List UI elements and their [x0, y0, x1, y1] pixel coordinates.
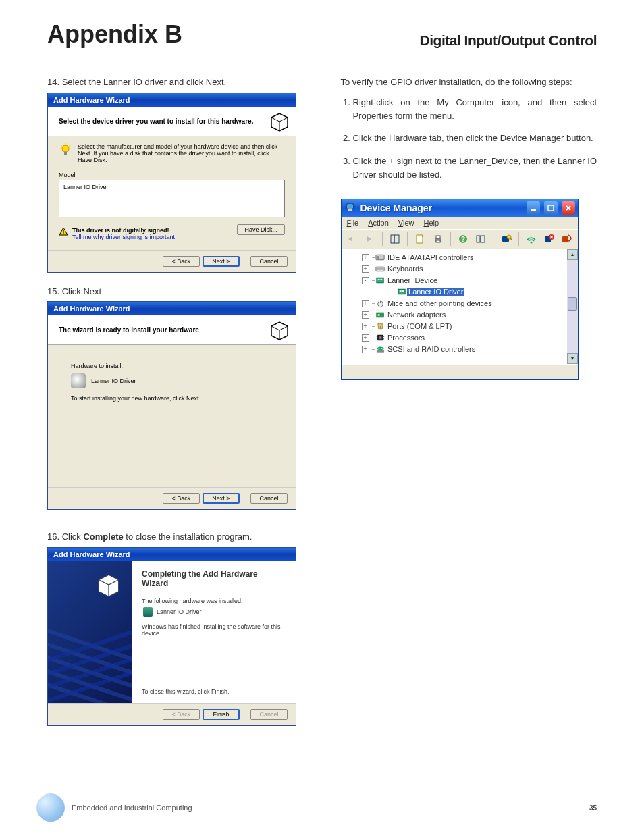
- next-button[interactable]: Next >: [203, 256, 240, 267]
- svg-point-48: [379, 325, 380, 326]
- driver-chip-icon: [143, 607, 153, 617]
- close-button[interactable]: [562, 201, 575, 215]
- tree-row[interactable]: +···Network adapters: [343, 309, 576, 321]
- install-note: To start installing your new hardware, c…: [71, 395, 285, 402]
- back-button: < Back: [163, 709, 200, 720]
- uninstall-icon[interactable]: [542, 232, 556, 246]
- wizard1-titlebar: Add Hardware Wizard: [48, 93, 296, 107]
- wizard3-heading: Completing the Add Hardware Wizard: [142, 569, 286, 588]
- properties-icon[interactable]: [413, 232, 427, 246]
- menubar: File Action View Help: [342, 217, 578, 230]
- svg-rect-58: [377, 350, 384, 353]
- hardware-to-install-label: Hardware to install:: [71, 363, 285, 369]
- update-driver-icon[interactable]: [560, 232, 573, 246]
- wizard3-titlebar: Add Hardware Wizard: [48, 548, 296, 561]
- appendix-title: Appendix B: [47, 20, 182, 49]
- tree-row[interactable]: +···IDE ATA/ATAPI controllers: [343, 252, 576, 263]
- tree-row[interactable]: +···SCSI and RAID controllers: [343, 344, 576, 355]
- svg-line-28: [510, 238, 512, 240]
- tree-toggle-icon[interactable]: -: [362, 277, 369, 284]
- wizard-select-driver: Add Hardware Wizard Select the device dr…: [47, 93, 296, 273]
- svg-rect-52: [379, 336, 382, 339]
- menu-action[interactable]: Action: [368, 219, 389, 227]
- tree-toggle-icon[interactable]: +: [362, 265, 369, 273]
- tree-item-label[interactable]: Mice and other pointing devices: [385, 299, 492, 307]
- tree-toggle-icon[interactable]: +: [362, 254, 369, 261]
- svg-text:?: ?: [461, 236, 465, 243]
- next-button[interactable]: Next >: [203, 493, 240, 504]
- scan-hardware-icon[interactable]: [499, 232, 512, 246]
- svg-point-2: [62, 145, 69, 152]
- menu-help[interactable]: Help: [424, 219, 439, 227]
- verify-step-1: Right-click on the My Computer icon, and…: [353, 96, 597, 123]
- cancel-button[interactable]: Cancel: [250, 493, 288, 504]
- menu-file[interactable]: File: [347, 219, 359, 227]
- svg-rect-34: [377, 256, 379, 259]
- verify-step-2: Click the Hardware tab, then click the D…: [353, 132, 597, 145]
- svg-point-50: [380, 327, 381, 328]
- svg-rect-33: [376, 255, 384, 261]
- device-manager-icon: [346, 203, 356, 213]
- svg-text:!: !: [63, 229, 65, 236]
- have-disk-button[interactable]: Have Disk...: [237, 224, 285, 235]
- tree-item-label[interactable]: Keyboards: [385, 265, 423, 273]
- tree-row[interactable]: +···Mice and other pointing devices: [343, 298, 576, 309]
- device-tree[interactable]: +···IDE ATA/ATAPI controllers+···Keyboar…: [342, 249, 578, 364]
- step-15-text: 15. Click Next: [47, 285, 304, 298]
- minimize-button[interactable]: [527, 201, 540, 215]
- print-icon[interactable]: [431, 232, 445, 246]
- tree-row[interactable]: +···Processors: [343, 332, 576, 344]
- cancel-button[interactable]: Cancel: [250, 256, 288, 267]
- tree-toggle-icon[interactable]: +: [362, 323, 369, 330]
- nav-back-icon: [346, 232, 359, 246]
- globe-icon: [36, 793, 65, 822]
- tree-item-label[interactable]: IDE ATA/ATAPI controllers: [385, 253, 474, 261]
- tree-toggle-icon[interactable]: +: [362, 300, 369, 307]
- svg-point-57: [379, 348, 381, 350]
- info-bulb-icon: [59, 143, 72, 157]
- finish-button[interactable]: Finish: [203, 709, 240, 720]
- tree-row[interactable]: -···Lanner_Device: [343, 275, 576, 286]
- back-button[interactable]: < Back: [163, 493, 200, 504]
- status-bar: [342, 364, 578, 379]
- kbd-icon: [375, 264, 385, 273]
- wifi-icon[interactable]: [525, 232, 538, 246]
- tree-row[interactable]: ···Lanner IO Driver: [343, 286, 576, 298]
- scroll-down-button[interactable]: ▾: [567, 353, 578, 364]
- tree-row[interactable]: +···Keyboards: [343, 263, 576, 275]
- tree-item-label[interactable]: Ports (COM & LPT): [385, 322, 452, 330]
- tree-toggle-icon[interactable]: +: [362, 311, 369, 319]
- tree-item-label[interactable]: Processors: [385, 334, 425, 342]
- model-item-lanner[interactable]: Lanner IO Driver: [63, 182, 280, 190]
- show-hide-tree-icon[interactable]: [388, 232, 402, 246]
- net-icon: [375, 310, 385, 319]
- svg-rect-46: [377, 313, 383, 318]
- model-listbox[interactable]: Lanner IO Driver: [59, 180, 285, 217]
- show-hide-console-icon[interactable]: [474, 232, 487, 246]
- hardware-icon: [269, 111, 290, 132]
- warning-icon: !: [59, 227, 68, 236]
- tree-toggle-icon[interactable]: +: [362, 334, 369, 342]
- tree-item-label[interactable]: SCSI and RAID controllers: [385, 345, 475, 353]
- scrollbar[interactable]: ▴ ▾: [567, 249, 578, 364]
- warning-link[interactable]: Tell me why driver signing is important: [72, 234, 175, 240]
- tree-item-label[interactable]: Network adapters: [385, 311, 446, 319]
- menu-view[interactable]: View: [398, 219, 414, 227]
- scroll-up-button[interactable]: ▴: [567, 249, 578, 260]
- wizard2-header-text: The wizard is ready to install your hard…: [59, 326, 199, 334]
- tree-item-label[interactable]: Lanner IO Driver: [407, 288, 464, 296]
- svg-rect-13: [347, 211, 353, 211]
- tree-item-label[interactable]: Lanner_Device: [385, 276, 437, 284]
- svg-rect-3: [64, 152, 67, 155]
- tree-toggle-icon[interactable]: +: [362, 346, 369, 353]
- tree-row[interactable]: +···Ports (COM & LPT): [343, 321, 576, 332]
- svg-rect-12: [348, 209, 352, 211]
- wizard3-close-text: To close this wizard, click Finish.: [142, 661, 286, 695]
- help-icon[interactable]: ?: [456, 232, 470, 246]
- scroll-thumb[interactable]: [568, 297, 577, 311]
- svg-rect-15: [548, 205, 554, 211]
- toolbar: ?: [342, 230, 578, 249]
- svg-rect-39: [378, 279, 380, 280]
- back-button[interactable]: < Back: [163, 256, 200, 267]
- maximize-button[interactable]: [544, 201, 558, 215]
